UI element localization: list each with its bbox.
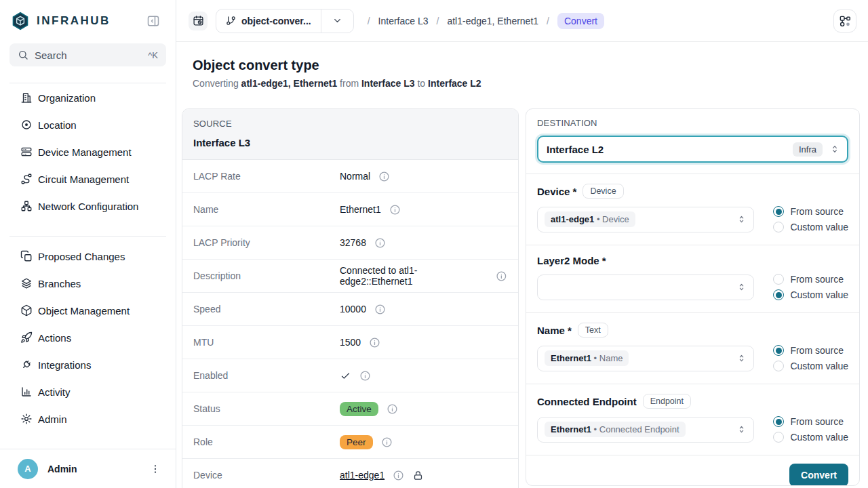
- radio-label: Custom value: [790, 432, 848, 443]
- field-label: Name *: [537, 325, 572, 336]
- sidebar-item-activity[interactable]: Activity: [0, 378, 176, 405]
- rocket-icon: [20, 331, 33, 344]
- radio-circle: [773, 206, 784, 217]
- radio-label: From source: [790, 416, 844, 427]
- destination-header: DESTINATION Interface L2 Infra: [526, 109, 859, 174]
- radio-label: Custom value: [790, 289, 848, 300]
- custom-value-radio[interactable]: Custom value: [773, 289, 848, 300]
- layer2-mode-select[interactable]: [537, 274, 754, 300]
- table-row: LACP Rate Normal: [182, 160, 518, 193]
- field-label: Layer2 Mode *: [537, 255, 606, 266]
- time-travel-button[interactable]: [189, 12, 208, 30]
- search-input[interactable]: Search ^K: [9, 43, 166, 66]
- breadcrumb-item-object[interactable]: atl1-edge1, Ethernet1: [447, 16, 538, 26]
- from-source-radio[interactable]: From source: [773, 274, 848, 285]
- info-icon[interactable]: [378, 171, 390, 182]
- info-icon[interactable]: [389, 204, 401, 216]
- value-mode-radios: From source Custom value: [773, 274, 848, 300]
- info-icon[interactable]: [369, 337, 380, 348]
- table-row: Description Connected to atl1-edge2::Eth…: [182, 260, 518, 293]
- row-label: LACP Rate: [193, 171, 340, 182]
- page-title: Object convert type: [193, 58, 319, 73]
- custom-value-radio[interactable]: Custom value: [773, 432, 848, 443]
- from-source-radio[interactable]: From source: [773, 345, 848, 356]
- sidebar-item-label: Proposed Changes: [38, 251, 125, 262]
- sidebar-item-device-management[interactable]: Device Management: [0, 138, 176, 165]
- field-label: Device *: [537, 186, 576, 197]
- sidebar-collapse-icon[interactable]: [144, 12, 162, 30]
- sidebar-item-network-configuration[interactable]: Network Configuration: [0, 192, 176, 220]
- info-icon[interactable]: [381, 436, 393, 448]
- field-group-device: Device * Device atl1-edge1 • Device From…: [526, 174, 859, 245]
- convert-button[interactable]: Convert: [789, 464, 848, 486]
- info-icon[interactable]: [496, 270, 507, 282]
- table-row: LACP Priority 32768: [182, 226, 518, 260]
- logo[interactable]: INFRAHUB: [11, 10, 166, 32]
- kebab-menu-icon[interactable]: [147, 461, 163, 477]
- sidebar-item-label: Branches: [38, 278, 81, 289]
- from-source-radio[interactable]: From source: [773, 416, 848, 427]
- connected-endpoint-select[interactable]: Ethernet1 • Connected Endpoint: [537, 417, 754, 443]
- value-mode-radios: From source Custom value: [773, 416, 848, 443]
- sidebar-item-label: Device Management: [38, 146, 132, 158]
- info-icon[interactable]: [393, 470, 404, 481]
- location-icon: [20, 119, 33, 131]
- field-kind-badge: Endpoint: [643, 394, 691, 409]
- git-branch-icon: [226, 16, 236, 26]
- subtitle-text: Converting: [193, 78, 239, 89]
- source-panel: SOURCE Interface L3 LACP Rate Normal Nam…: [182, 108, 519, 488]
- info-icon[interactable]: [374, 304, 386, 315]
- custom-value-radio[interactable]: Custom value: [773, 222, 848, 232]
- row-label: Enabled: [193, 370, 340, 381]
- user-menu[interactable]: A Admin: [0, 449, 176, 488]
- radio-circle: [773, 416, 784, 427]
- custom-value-radio[interactable]: Custom value: [773, 361, 848, 371]
- sidebar-item-organization[interactable]: Organization: [0, 84, 176, 111]
- device-select[interactable]: atl1-edge1 • Device: [537, 207, 754, 232]
- table-row: Name Ethernet1: [182, 193, 518, 226]
- from-source-radio[interactable]: From source: [773, 206, 848, 217]
- radio-label: Custom value: [790, 222, 848, 232]
- radio-label: Custom value: [790, 361, 848, 371]
- destination-label: DESTINATION: [537, 118, 848, 128]
- chevrons-up-down-icon: [736, 282, 747, 292]
- schema-viewer-button[interactable]: [833, 9, 856, 33]
- sidebar-item-integrations[interactable]: Integrations: [0, 351, 176, 378]
- sidebar-item-location[interactable]: Location: [0, 111, 176, 138]
- row-label: Name: [193, 204, 340, 215]
- network-icon: [20, 200, 33, 212]
- info-icon[interactable]: [374, 237, 386, 249]
- radio-circle: [773, 274, 784, 285]
- sidebar-item-label: Object Management: [38, 305, 130, 317]
- device-link[interactable]: atl1-edge1: [340, 470, 384, 481]
- select-value: Ethernet1: [551, 424, 591, 434]
- sidebar-divider: [9, 236, 166, 237]
- branch-selector[interactable]: object-conver...: [216, 9, 354, 33]
- chart-icon: [20, 386, 33, 398]
- name-select[interactable]: Ethernet1 • Name: [537, 346, 754, 371]
- destination-type-select[interactable]: Interface L2 Infra: [537, 136, 848, 163]
- breadcrumb-item-schema[interactable]: Interface L3: [378, 16, 429, 26]
- avatar: A: [18, 459, 38, 479]
- radio-label: From source: [790, 274, 844, 285]
- info-icon[interactable]: [387, 403, 398, 415]
- sidebar-item-branches[interactable]: Branches: [0, 270, 176, 297]
- copy-icon: [20, 250, 33, 262]
- sidebar-item-admin[interactable]: Admin: [0, 405, 176, 432]
- sidebar-item-actions[interactable]: Actions: [0, 324, 176, 351]
- chevron-down-icon[interactable]: [321, 9, 353, 33]
- subtitle-object: atl1-edge1, Ethernet1: [241, 78, 338, 89]
- sidebar-item-label: Admin: [38, 413, 67, 425]
- sidebar-item-circuit-management[interactable]: Circuit Management: [0, 165, 176, 192]
- radio-circle: [773, 289, 784, 300]
- source-kind: Interface L3: [193, 137, 507, 148]
- row-label: Description: [193, 270, 340, 281]
- breadcrumb-item-convert[interactable]: Convert: [557, 13, 604, 29]
- infrahub-logo-icon: [11, 12, 30, 30]
- destination-type-value: Interface L2: [547, 144, 786, 155]
- info-icon[interactable]: [359, 370, 371, 382]
- sidebar-item-object-management[interactable]: Object Management: [0, 297, 176, 324]
- radio-label: From source: [790, 206, 844, 217]
- sidebar-item-proposed-changes[interactable]: Proposed Changes: [0, 243, 176, 270]
- server-icon: [20, 146, 33, 158]
